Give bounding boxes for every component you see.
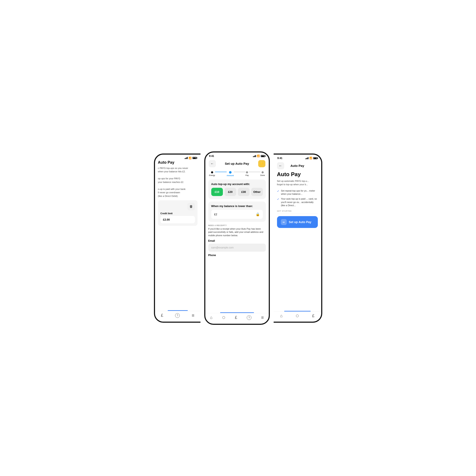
check-icon-2: ✓: [277, 197, 279, 207]
lightning-button-center[interactable]: ⚡: [258, 160, 265, 167]
wifi-icon-right: 📶: [309, 157, 312, 159]
amount-10-button[interactable]: £10: [211, 188, 223, 196]
nav-menu-center[interactable]: ≡: [261, 315, 264, 320]
nav-header-right: ← Auto Pay: [274, 160, 321, 171]
step-line-1: [215, 172, 227, 172]
step-dot-pay: [246, 171, 248, 173]
time-right: 9:41: [277, 157, 283, 160]
phone-left: 📶 Auto Pay c PAYG top-ups so you neverwh…: [154, 153, 201, 323]
signal-icon-left: [185, 157, 188, 159]
delete-button[interactable]: 🗑: [187, 203, 195, 210]
back-button-center[interactable]: ←: [209, 160, 216, 167]
nav-pound-left[interactable]: £: [161, 313, 163, 318]
back-arrow-right: ←: [279, 164, 282, 168]
center-content: Auto top-up my account with: £10 £20 £30…: [205, 177, 269, 312]
wifi-icon-center: 📶: [257, 154, 260, 157]
amount-other-button[interactable]: Other: [251, 188, 263, 196]
step-label-done: Done: [260, 174, 265, 176]
status-bar-center: 9:41 📶: [205, 153, 269, 158]
bottom-nav-right: ⌂ ⬡ £: [274, 311, 321, 322]
balance-value: £2: [214, 213, 217, 216]
nav-pound-right[interactable]: £: [312, 313, 314, 318]
step-label-amount: Amount: [227, 174, 234, 177]
amount-20-button[interactable]: £20: [224, 188, 236, 196]
step-pay: Pay: [245, 171, 249, 176]
receipt-section: NEED A RECEIPT? If you'd like a receipt …: [208, 224, 266, 257]
left-description: c PAYG top-ups so you neverwhen your bal…: [158, 166, 198, 198]
phone-label: Phone: [208, 254, 266, 257]
battery-icon-left: [192, 157, 197, 159]
lightning-icon-center: ⚡: [260, 162, 264, 166]
amount-30-button[interactable]: £30: [238, 188, 250, 196]
left-section: 🗑 Credit limit £2.00: [158, 200, 198, 226]
check-items: ✓ Set repeat top-ups for yo... meter whe…: [277, 189, 318, 207]
nav-home-center[interactable]: ⌂: [210, 315, 213, 320]
nav-menu-left[interactable]: ≡: [192, 313, 194, 318]
status-icons-right: 📶: [305, 157, 317, 159]
step-dot-amount: [229, 171, 232, 174]
left-title: Auto Pay: [158, 160, 198, 165]
amount-card: Auto top-up my account with: £10 £20 £30…: [208, 180, 266, 199]
nav-network-center[interactable]: ⬡: [222, 316, 225, 320]
setup-btn-label: Set up Auto Pay: [289, 220, 311, 224]
setup-autopay-button[interactable]: ∞ Set up Auto Pay: [277, 216, 318, 228]
nav-pound-center[interactable]: £: [235, 315, 237, 320]
signal-icon-center: [253, 155, 256, 157]
center-nav-title: Set up Auto Pay: [225, 162, 249, 165]
balance-title: When my balance is lower than:: [211, 204, 263, 208]
left-content: Auto Pay c PAYG top-ups so you neverwhen…: [155, 160, 201, 310]
right-content: Auto Pay Set up automatic PAYG top-u...f…: [274, 171, 321, 311]
infinity-icon: ∞: [281, 219, 287, 225]
credit-limit-value: £2.00: [160, 216, 195, 223]
nav-home-right[interactable]: ⌂: [280, 313, 283, 318]
step-dot-done: [262, 171, 264, 173]
balance-card: When my balance is lower than: £2 🔒: [208, 202, 266, 222]
check-text-2: Your auto top-up is paid ... card, so yo…: [281, 197, 318, 207]
battery-icon-right: [313, 157, 317, 159]
right-page-title: Auto Pay: [277, 171, 318, 178]
stepper: Energy Amount Pay Done: [205, 169, 269, 177]
get-started-label: GET STARTED: [277, 210, 318, 212]
nav-help-center[interactable]: ?: [247, 315, 252, 320]
lock-icon: 🔒: [256, 212, 260, 216]
amount-options: £10 £20 £30 Other: [211, 188, 263, 196]
check-item-1: ✓ Set repeat top-ups for yo... meter whe…: [277, 189, 318, 196]
balance-input[interactable]: £2 🔒: [211, 210, 263, 219]
step-energy: Energy: [209, 171, 215, 176]
status-bar-left: 📶: [155, 154, 201, 160]
check-item-2: ✓ Your auto top-up is paid ... card, so …: [277, 197, 318, 207]
receipt-label: NEED A RECEIPT?: [208, 224, 266, 226]
email-input[interactable]: sam@example.com: [208, 244, 266, 252]
step-amount: Amount: [227, 171, 234, 177]
nav-header-center: ← Set up Auto Pay ⚡: [205, 158, 269, 169]
back-button-right[interactable]: ←: [277, 162, 284, 169]
battery-icon-center: [261, 155, 265, 157]
scene: 📶 Auto Pay c PAYG top-ups so you neverwh…: [143, 143, 333, 333]
phone-center: 9:41 📶 ← Set up Auto Pay ⚡ Energy: [204, 152, 270, 325]
nav-network-right[interactable]: ⬡: [296, 314, 299, 318]
check-text-1: Set repeat top-ups for yo... meter when …: [281, 189, 318, 196]
divider-right: [277, 214, 318, 214]
step-label-energy: Energy: [209, 174, 215, 176]
step-done: Done: [260, 171, 265, 176]
step-line-3: [249, 172, 260, 172]
back-arrow-center: ←: [211, 162, 214, 166]
status-icons-center: 📶: [253, 154, 265, 157]
status-icons-left: 📶: [185, 157, 197, 159]
right-description: Set up automatic PAYG top-u...forget to …: [277, 179, 318, 186]
nav-help-left[interactable]: ?: [175, 313, 180, 318]
email-placeholder: sam@example.com: [211, 246, 234, 249]
step-dot-energy: [211, 171, 213, 173]
status-bar-right: 9:41 📶: [274, 154, 321, 160]
right-nav-title: Auto Pay: [290, 164, 304, 168]
signal-icon-right: [305, 157, 308, 159]
check-icon-1: ✓: [277, 189, 279, 196]
credit-limit-label: Credit limit: [160, 212, 195, 215]
time-center: 9:41: [209, 154, 214, 157]
step-line-2: [234, 172, 245, 172]
wifi-icon-left: 📶: [189, 157, 192, 159]
email-label: Email: [208, 239, 266, 242]
bottom-nav-center: ⌂ ⬡ £ ? ≡: [205, 313, 269, 324]
bottom-nav-left: £ ? ≡: [155, 311, 201, 322]
step-label-pay: Pay: [245, 174, 249, 176]
